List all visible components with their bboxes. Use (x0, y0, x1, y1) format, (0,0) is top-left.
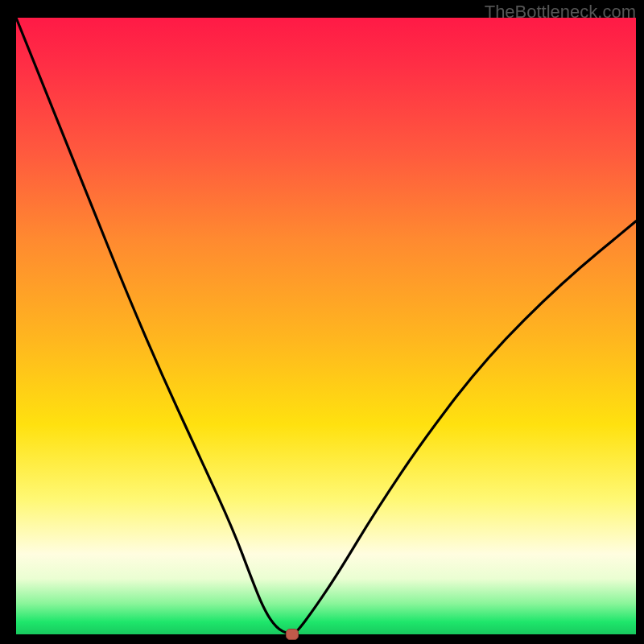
watermark-text: TheBottleneck.com (485, 2, 636, 23)
chart-frame: TheBottleneck.com (0, 0, 644, 644)
plot-area (16, 18, 636, 634)
bottleneck-curve (16, 18, 636, 634)
optimum-marker (286, 629, 299, 640)
